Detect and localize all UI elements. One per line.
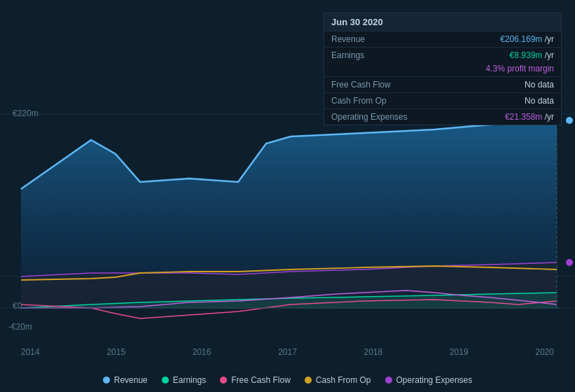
revenue-label: Revenue (331, 34, 408, 44)
y-label-220m: €220m (13, 108, 39, 118)
y-label-neg20m: -€20m (8, 322, 32, 332)
earnings-value: €8.939m /yr (510, 50, 554, 60)
legend-opex[interactable]: Operating Expenses (385, 375, 473, 385)
earnings-period: /yr (545, 50, 554, 60)
legend-fcf[interactable]: Free Cash Flow (220, 375, 291, 385)
y-label-0: €0 (13, 301, 22, 311)
opex-amount: €21.358m (505, 112, 542, 122)
profit-margin-row: 4.3% profit margin (324, 63, 561, 76)
tooltip-revenue-row: Revenue €206.169m /yr (324, 31, 561, 47)
x-label-2020: 2020 (535, 347, 554, 357)
tooltip-panel: Jun 30 2020 Revenue €206.169m /yr Earnin… (324, 13, 562, 125)
legend-label-revenue: Revenue (114, 375, 148, 385)
opex-label: Operating Expenses (331, 112, 408, 122)
x-label-2014: 2014 (21, 347, 40, 357)
fcf-label: Free Cash Flow (331, 80, 408, 90)
cfo-label: Cash From Op (331, 96, 408, 106)
tooltip-fcf-row: Free Cash Flow No data (324, 76, 561, 92)
legend-dot-earnings (162, 377, 169, 384)
revenue-period: /yr (545, 34, 554, 44)
opex-value: €21.358m /yr (505, 112, 554, 122)
legend-cfo[interactable]: Cash From Op (305, 375, 371, 385)
legend-revenue[interactable]: Revenue (103, 375, 148, 385)
revenue-value: €206.169m /yr (500, 34, 554, 44)
legend-label-cfo: Cash From Op (316, 375, 371, 385)
profit-margin-text: 4.3% profit margin (486, 64, 554, 74)
legend-dot-cfo (305, 377, 312, 384)
cfo-value: No data (525, 96, 554, 106)
earnings-label: Earnings (331, 50, 408, 60)
x-label-2015: 2015 (106, 347, 125, 357)
legend-label-opex: Operating Expenses (396, 375, 473, 385)
opex-period: /yr (545, 112, 554, 122)
fcf-value: No data (525, 80, 554, 90)
tooltip-opex-row: Operating Expenses €21.358m /yr (324, 108, 561, 125)
x-label-2018: 2018 (364, 347, 383, 357)
legend-dot-opex (385, 377, 392, 384)
earnings-amount: €8.939m (510, 50, 543, 60)
legend-label-earnings: Earnings (173, 375, 206, 385)
tooltip-cfo-row: Cash From Op No data (324, 92, 561, 108)
legend-dot-fcf (220, 377, 227, 384)
x-label-2016: 2016 (193, 347, 212, 357)
x-label-2017: 2017 (278, 347, 297, 357)
x-label-2019: 2019 (450, 347, 469, 357)
legend-label-fcf: Free Cash Flow (231, 375, 291, 385)
opex-edge-dot (566, 259, 573, 266)
tooltip-earnings-row: Earnings €8.939m /yr (324, 47, 561, 63)
legend-earnings[interactable]: Earnings (162, 375, 206, 385)
x-axis: 2014 2015 2016 2017 2018 2019 2020 (0, 347, 575, 357)
revenue-amount: €206.169m (500, 34, 542, 44)
legend: Revenue Earnings Free Cash Flow Cash Fro… (0, 375, 575, 385)
revenue-edge-dot (566, 117, 573, 124)
legend-dot-revenue (103, 377, 110, 384)
tooltip-date: Jun 30 2020 (324, 13, 561, 31)
